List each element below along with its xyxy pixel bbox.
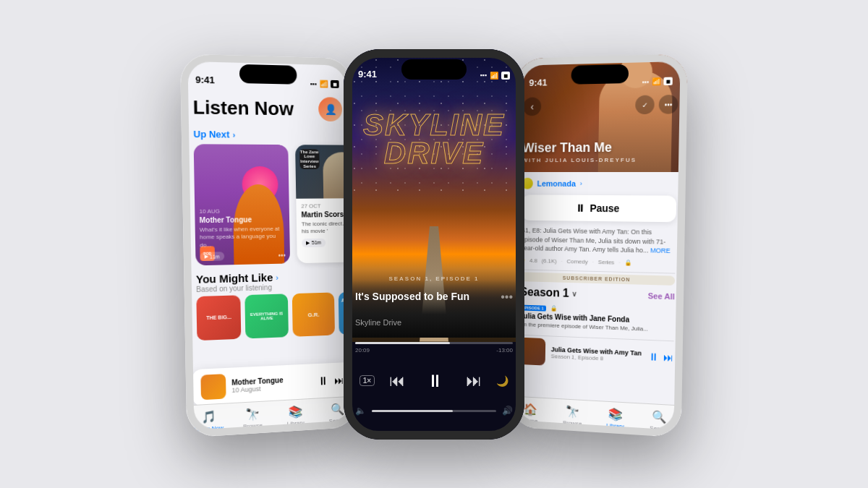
podcast-label-3: G.R. — [307, 311, 319, 317]
might-like-row: You Might Like › Based on your listening — [196, 269, 345, 293]
pause-icon: ⏸ — [576, 202, 586, 213]
meta-dot-3: · — [618, 259, 620, 265]
right-tab-search[interactable]: 🔍 Search — [637, 408, 682, 432]
right-tab-library[interactable]: 📚 Library — [594, 406, 637, 430]
forward-button[interactable]: ⏭ — [466, 372, 482, 390]
right-phone-screen: 9:41 ▪▪▪ 📶 ■ ‹ ✓ ••• — [509, 53, 688, 437]
podcast-thumb-2[interactable]: EVERYTHING IS ALIVE — [244, 294, 289, 338]
library-tab-icon: 📚 — [289, 404, 303, 419]
left-status-icons: ▪▪▪ 📶 ■ — [310, 80, 339, 88]
podcast-label-1: THE BIG... — [206, 314, 231, 321]
duration-2: 51m — [312, 240, 321, 245]
more-options-btn[interactable]: ••• — [501, 291, 513, 304]
progress-track[interactable] — [355, 342, 513, 344]
up-next-label: Up Next — [193, 128, 229, 140]
home-tab-label: Home — [523, 416, 538, 424]
center-phone: 9:41 ▪▪▪ 📶 ■ SKYLINE DRIVE SEASON 1, EPI… — [344, 49, 524, 440]
up-next-row: Up Next › — [182, 125, 354, 145]
episode-list-item-2[interactable]: Julia Gets Wise with Amy Tan Season 1, E… — [519, 337, 673, 371]
publisher-row[interactable]: Lemonada › — [522, 177, 676, 189]
center-status-icons: ▪▪▪ 📶 ■ — [480, 72, 510, 80]
center-signal-icon: ▪▪▪ — [480, 72, 487, 79]
rating-count: (6.1K) — [541, 257, 556, 264]
season-episode-label: SEASON 1, EPISODE 1 — [344, 275, 524, 282]
episode-subtitle: Skyline Drive — [355, 318, 401, 327]
listen-now-tab-label: Listen Now — [195, 424, 224, 432]
now-playing-controls: ⏸ ⏭ — [318, 374, 344, 388]
episode-meta: ★ 4.8 (6.1K) · Comedy · Series · 🔒 — [521, 257, 676, 267]
card-date: 10 AUG — [199, 207, 285, 214]
right-body: Lemonada › ⏸ Pause S1, E8: Julia Gets Wi… — [511, 171, 686, 380]
meta-lock: 🔒 — [624, 259, 631, 265]
sleep-button[interactable]: 🌙 — [496, 375, 509, 387]
wifi-icon: 📶 — [319, 80, 328, 87]
back-button[interactable]: ‹ — [523, 97, 541, 116]
play-button-small[interactable]: ▶ 11m — [200, 252, 224, 261]
season-chevron[interactable]: ∨ — [572, 289, 577, 297]
right-search-tab-label: Search — [650, 424, 668, 432]
pause-button[interactable]: ⏸ Pause — [522, 194, 677, 222]
center-battery-icon: ■ — [501, 72, 510, 80]
speed-button[interactable]: 1× — [359, 375, 375, 386]
more-options-button[interactable]: ••• — [659, 94, 678, 114]
ep2-forward-btn[interactable]: ⏭ — [663, 351, 674, 364]
search-tab-icon: 🔍 — [331, 401, 344, 416]
ep2-info: Julia Gets Wise with Amy Tan Season 1, E… — [551, 345, 643, 363]
meta-type: Series — [598, 258, 615, 265]
right-tab-browse[interactable]: 🔭 Browse — [551, 403, 594, 427]
tab-library[interactable]: 📚 Library — [274, 403, 317, 427]
card-description: What's it like when everyone at home spe… — [200, 225, 286, 249]
right-phone: 9:41 ▪▪▪ 📶 ■ ‹ ✓ ••• — [509, 53, 688, 437]
volume-track[interactable] — [372, 410, 496, 412]
center-wifi-icon: 📶 — [490, 72, 498, 80]
volume-fill — [372, 410, 453, 412]
season-label: Season 1 ∨ — [520, 286, 577, 300]
episode-title: It's Supposed to be Fun — [355, 291, 513, 302]
up-next-chevron[interactable]: › — [232, 129, 235, 138]
more-link[interactable]: MORE — [650, 247, 671, 254]
rewind-button[interactable]: ⏮ — [389, 372, 405, 390]
podcast-hero-image: 9:41 ▪▪▪ 📶 ■ ‹ ✓ ••• — [514, 53, 688, 172]
browse-tab-icon: 🔭 — [245, 406, 260, 421]
season-text: Season 1 — [520, 286, 569, 300]
right-status-time: 9:41 — [529, 77, 547, 87]
episode-description: S1, E8: Julia Gets Wise with Amy Tan: On… — [521, 226, 676, 255]
tree-silhouettes — [344, 280, 524, 338]
more-options[interactable]: ••• — [278, 251, 286, 259]
listen-now-tab-icon: 🎵 — [201, 408, 216, 423]
podcast-thumb-1[interactable]: THE BIG... — [196, 295, 241, 341]
right-signal-icon: ▪▪▪ — [642, 77, 649, 85]
right-wifi-icon: 📶 — [652, 77, 660, 85]
subscriber-badge: SUBSCRIBER EDITION — [520, 272, 675, 286]
tab-browse[interactable]: 🔭 Browse — [231, 406, 274, 430]
ep2-pause-btn[interactable]: ⏸ — [648, 351, 659, 363]
card-mother-tongue[interactable]: POD 10 AUG Mother Tongue What's it like … — [194, 144, 290, 265]
pause-button[interactable]: ⏸ — [318, 374, 329, 388]
play-pause-button[interactable]: ⏸ — [420, 365, 451, 397]
publisher-name: Lemonada — [537, 179, 576, 187]
vol-low-icon: 🔈 — [355, 406, 366, 416]
progress-fill — [355, 342, 450, 344]
left-screen-content: 9:41 ▪▪▪ 📶 ■ Listen Now 👤 Up Next — [180, 53, 359, 437]
player-controls: 1× ⏮ ⏸ ⏭ 🌙 — [344, 365, 524, 397]
right-browse-tab-label: Browse — [563, 419, 582, 427]
meta-dot-1: · — [561, 257, 562, 264]
center-screen-content: 9:41 ▪▪▪ 📶 ■ SKYLINE DRIVE SEASON 1, EPI… — [344, 49, 524, 440]
duration: 11m — [210, 253, 220, 258]
see-all-button[interactable]: See All — [648, 291, 675, 301]
forward30-button[interactable]: ⏭ — [334, 374, 344, 385]
play-button-dark[interactable]: ▶ 51m — [302, 238, 326, 247]
user-avatar[interactable]: 👤 — [318, 97, 342, 121]
album-title: SKYLINE DRIVE — [344, 111, 524, 168]
might-like-label: You Might Like — [196, 270, 273, 285]
ep-lock-icon: 🔒 — [550, 305, 558, 312]
publisher-chevron: › — [580, 179, 582, 187]
tab-listen-now[interactable]: 🎵 Listen Now — [187, 408, 231, 432]
checkmark-button[interactable]: ✓ — [635, 95, 655, 114]
podcast-title: Wiser Than Me — [522, 140, 650, 155]
show-badge: The Zane Lowe Interview Series — [299, 149, 320, 169]
podcast-grid: THE BIG... EVERYTHING IS ALIVE G.R. A po… — [196, 291, 346, 340]
might-like-chevron[interactable]: › — [276, 273, 278, 281]
vol-high-icon: 🔊 — [502, 406, 513, 416]
podcast-thumb-3[interactable]: G.R. — [292, 292, 335, 336]
